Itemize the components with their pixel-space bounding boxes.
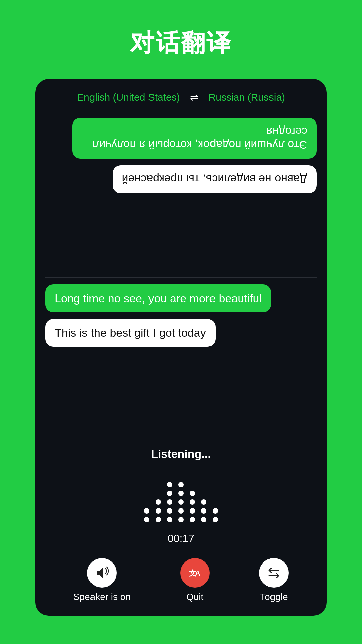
wave-col-5 xyxy=(190,491,195,522)
speaker-button[interactable] xyxy=(87,558,117,588)
quit-button[interactable]: 文 A xyxy=(180,558,210,588)
lang-right[interactable]: Russian (Russia) xyxy=(208,92,285,103)
wave-col-3 xyxy=(167,482,172,522)
chat-upper: Давно не виделись, ты прекрасней Это луч… xyxy=(35,111,327,277)
toggle-icon xyxy=(266,566,281,580)
main-card: English (United States) ⇌ Russian (Russi… xyxy=(35,79,327,616)
wave-col-2 xyxy=(156,499,161,522)
toggle-label: Toggle xyxy=(260,592,288,602)
listening-label: Listening... xyxy=(151,447,211,461)
wave-col-1 xyxy=(144,508,149,522)
waveform xyxy=(144,469,218,522)
wave-col-4 xyxy=(178,482,184,522)
toggle-control[interactable]: Toggle xyxy=(259,558,289,602)
swap-icon[interactable]: ⇌ xyxy=(190,91,198,103)
wave-col-6 xyxy=(201,499,206,522)
app-title: 对话翻译 xyxy=(130,27,232,59)
speaker-label: Speaker is on xyxy=(73,592,131,602)
lower-bubble-1: Long time no see, you are more beautiful xyxy=(45,284,271,312)
svg-text:A: A xyxy=(195,569,200,577)
speaker-control[interactable]: Speaker is on xyxy=(73,558,131,602)
quit-control[interactable]: 文 A Quit xyxy=(180,558,210,602)
lower-bubble-2: This is the best gift I got today xyxy=(45,319,216,347)
upper-bubble-1: Это лучший подарок, который я получил се… xyxy=(72,118,317,159)
toggle-button[interactable] xyxy=(259,558,289,588)
translate-icon: 文 A xyxy=(188,566,202,580)
quit-label: Quit xyxy=(186,592,203,602)
lang-left[interactable]: English (United States) xyxy=(77,92,180,103)
speaker-icon xyxy=(95,566,109,580)
wave-col-7 xyxy=(213,508,218,522)
upper-bubble-2: Давно не виделись, ты прекрасней xyxy=(113,165,317,193)
listening-section: Listening... xyxy=(35,444,327,551)
chat-lower: Long time no see, you are more beautiful… xyxy=(35,278,327,444)
lang-header: English (United States) ⇌ Russian (Russi… xyxy=(35,79,327,111)
controls-bar: Speaker is on 文 A Quit Toggle xyxy=(35,551,327,616)
timer: 00:17 xyxy=(168,532,194,545)
